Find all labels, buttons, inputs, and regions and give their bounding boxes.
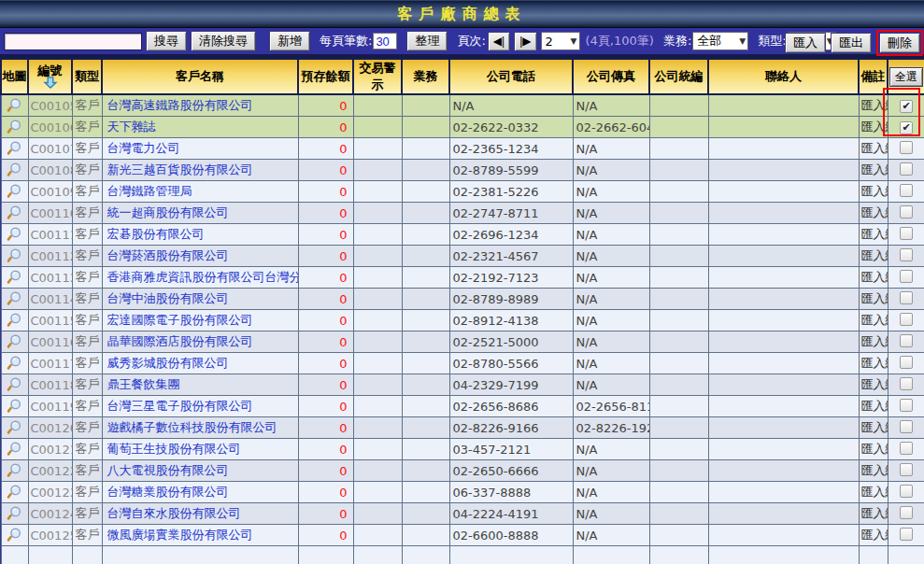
map-cell[interactable] (1, 525, 28, 546)
magnifier-icon[interactable] (7, 247, 22, 263)
row-checkbox[interactable] (900, 334, 913, 347)
row-checkbox[interactable] (900, 356, 913, 369)
select-all-button[interactable]: 全選 (889, 67, 923, 87)
customer-name-link[interactable]: 台灣鐵路管理局 (102, 181, 298, 203)
magnifier-icon[interactable] (7, 97, 22, 113)
map-cell[interactable] (1, 439, 28, 460)
row-checkbox[interactable] (900, 463, 913, 476)
customer-name-link[interactable]: 台灣自來水股份有限公司 (102, 503, 298, 525)
business-select[interactable]: 全部 (692, 32, 748, 50)
sort-descending-icon[interactable] (43, 77, 58, 89)
row-checkbox[interactable] (900, 162, 913, 176)
magnifier-icon[interactable] (7, 290, 22, 306)
customer-name-link[interactable]: 威秀影城股份有限公司 (102, 353, 298, 374)
organize-button[interactable]: 整理 (406, 31, 448, 51)
export-button[interactable]: 匯出 (831, 33, 872, 53)
customer-name-link[interactable]: 微風廣場實業股份有限公司 (102, 525, 298, 546)
map-cell[interactable] (1, 460, 28, 482)
customer-name-link[interactable]: 晶華國際酒店股份有限公司 (102, 331, 298, 353)
add-button[interactable]: 新增 (269, 31, 310, 51)
delete-button[interactable]: 刪除 (879, 33, 920, 53)
magnifier-icon[interactable] (7, 484, 22, 500)
customer-name-link[interactable]: 台灣菸酒股份有限公司 (102, 246, 298, 267)
row-checkbox[interactable] (900, 291, 913, 304)
magnifier-icon[interactable] (7, 204, 22, 220)
row-checkbox[interactable] (900, 506, 913, 519)
map-cell[interactable] (1, 267, 28, 289)
magnifier-icon[interactable] (7, 119, 22, 134)
customer-name-link[interactable]: 天下雜誌 (102, 117, 298, 138)
page-select[interactable]: 2 (541, 32, 580, 50)
map-cell[interactable] (1, 374, 28, 396)
row-checkbox[interactable]: ✔ (900, 121, 913, 134)
customer-name-link[interactable]: 台灣糖業股份有限公司 (102, 482, 298, 503)
map-cell[interactable] (1, 503, 28, 525)
map-cell[interactable] (1, 224, 28, 246)
row-checkbox[interactable] (900, 399, 913, 412)
row-checkbox[interactable]: ✔ (900, 100, 913, 113)
next-page-button[interactable]: |▶ (514, 32, 536, 51)
row-checkbox[interactable] (900, 205, 913, 219)
customer-name-link[interactable]: 統一超商股份有限公司 (102, 203, 298, 224)
magnifier-icon[interactable] (7, 162, 22, 177)
customer-name-link[interactable]: 葡萄王生技股份有限公司 (102, 439, 298, 460)
magnifier-icon[interactable] (7, 527, 22, 543)
row-checkbox[interactable] (900, 227, 913, 240)
row-checkbox[interactable] (900, 313, 913, 326)
magnifier-icon[interactable] (7, 462, 22, 478)
row-checkbox[interactable] (900, 442, 913, 455)
magnifier-icon[interactable] (7, 333, 22, 349)
map-cell[interactable] (1, 181, 28, 203)
magnifier-icon[interactable] (7, 269, 22, 285)
magnifier-icon[interactable] (7, 226, 22, 242)
magnifier-icon[interactable] (7, 183, 22, 199)
map-cell[interactable] (1, 117, 28, 138)
prev-page-button[interactable]: ◀| (488, 32, 510, 51)
customer-name-link[interactable]: 台灣三星電子股份有限公司 (102, 396, 298, 417)
map-cell[interactable] (1, 482, 28, 503)
row-checkbox[interactable] (900, 528, 913, 541)
map-cell[interactable] (1, 396, 28, 417)
map-cell[interactable] (1, 203, 28, 224)
magnifier-icon[interactable] (7, 419, 22, 435)
map-cell[interactable] (1, 417, 28, 439)
magnifier-icon[interactable] (7, 398, 22, 414)
customer-name-link[interactable]: 鼎王餐飲集團 (102, 374, 298, 396)
magnifier-icon[interactable] (7, 441, 22, 457)
customer-name-link[interactable]: 香港商雅虎資訊股份有限公司台灣分公 (102, 267, 298, 289)
magnifier-icon[interactable] (7, 505, 22, 521)
magnifier-icon[interactable] (7, 140, 22, 156)
row-checkbox[interactable] (900, 420, 913, 433)
magnifier-icon[interactable] (7, 376, 22, 392)
map-cell[interactable] (1, 353, 28, 374)
row-checkbox[interactable] (900, 141, 913, 154)
row-checkbox[interactable] (900, 248, 913, 261)
customer-name-link[interactable]: 台灣電力公司 (102, 138, 298, 160)
customer-name-link[interactable]: 台灣高速鐵路股份有限公司 (102, 94, 298, 117)
customer-name-link[interactable]: 八大電視股份有限公司 (102, 460, 298, 482)
search-input[interactable] (4, 33, 142, 50)
map-cell[interactable] (1, 94, 28, 117)
customer-name-link[interactable]: 新光三越百貨股份有限公司 (102, 160, 298, 181)
map-cell[interactable] (1, 160, 28, 181)
magnifier-icon[interactable] (7, 312, 22, 328)
row-checkbox[interactable] (900, 184, 913, 197)
row-checkbox[interactable] (900, 377, 913, 390)
row-checkbox[interactable] (900, 485, 913, 498)
per-page-input[interactable] (373, 33, 397, 49)
customer-name-link[interactable]: 宏達國際電子股份有限公司 (102, 310, 298, 331)
map-cell[interactable] (1, 246, 28, 267)
map-cell[interactable] (1, 331, 28, 353)
customer-name-link[interactable]: 宏碁股份有限公司 (102, 224, 298, 246)
search-button[interactable]: 搜尋 (146, 31, 187, 51)
map-cell[interactable] (1, 138, 28, 160)
column-header-id[interactable]: 編號 (28, 59, 72, 94)
row-checkbox[interactable] (900, 270, 913, 283)
map-cell[interactable] (1, 289, 28, 310)
customer-name-link[interactable]: 遊戲橘子數位科技股份有限公司 (102, 417, 298, 439)
import-button[interactable]: 匯入 (785, 33, 826, 53)
customer-name-link[interactable]: 台灣中油股份有限公司 (102, 289, 298, 310)
map-cell[interactable] (1, 310, 28, 331)
clear-search-button[interactable]: 清除搜尋 (191, 31, 256, 51)
magnifier-icon[interactable] (7, 355, 22, 371)
